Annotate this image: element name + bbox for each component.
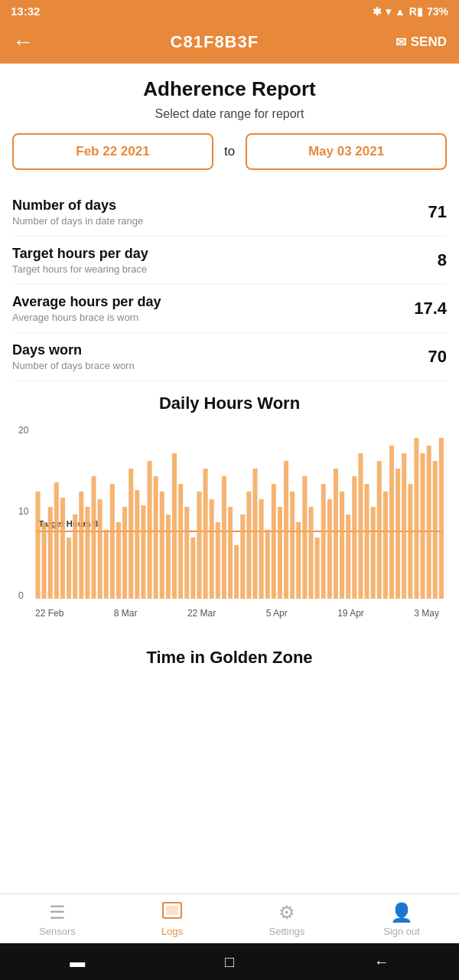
stat-row: Number of days Number of days in date ra… xyxy=(12,188,447,237)
chart-container: 20 10 0 Target Hours 8 xyxy=(12,421,447,635)
svg-rect-12 xyxy=(79,492,83,599)
bottom-nav: ☰ Sensors Logs ⚙ Settings 👤 Sign out xyxy=(0,893,459,943)
svg-rect-58 xyxy=(364,484,369,599)
svg-rect-34 xyxy=(216,522,220,599)
stat-row: Average hours per day Average hours brac… xyxy=(12,285,447,333)
svg-rect-23 xyxy=(147,461,151,599)
svg-rect-45 xyxy=(284,461,288,599)
svg-rect-69 xyxy=(433,461,438,599)
logs-icon xyxy=(162,902,182,923)
stat-value-0: 71 xyxy=(428,202,447,222)
svg-rect-68 xyxy=(427,446,431,599)
svg-rect-56 xyxy=(352,476,356,599)
svg-rect-33 xyxy=(210,499,214,599)
x-label-4: 19 Apr xyxy=(337,608,364,619)
nav-logs[interactable]: Logs xyxy=(115,902,230,937)
x-label-1: 8 Mar xyxy=(114,608,138,619)
report-title: Adherence Report xyxy=(12,77,447,101)
svg-rect-44 xyxy=(278,507,282,599)
svg-rect-42 xyxy=(265,530,270,599)
svg-rect-60 xyxy=(377,461,382,599)
svg-rect-54 xyxy=(340,492,344,599)
svg-rect-43 xyxy=(272,484,276,599)
svg-rect-20 xyxy=(129,469,133,599)
date-separator: to xyxy=(213,144,246,159)
battery-percent: 73% xyxy=(427,5,448,18)
signal-icon: ▲ xyxy=(395,5,405,18)
svg-rect-19 xyxy=(122,507,127,599)
svg-rect-47 xyxy=(296,522,301,599)
chart-title: Daily Hours Worn xyxy=(12,394,447,413)
phone-home-btn[interactable]: □ xyxy=(225,953,234,971)
chart-section: Daily Hours Worn 20 10 0 Target Hours 8 xyxy=(12,394,447,635)
send-button[interactable]: ✉ SEND xyxy=(396,34,447,51)
svg-rect-8 xyxy=(54,482,59,599)
settings-label: Settings xyxy=(269,926,305,937)
svg-rect-46 xyxy=(290,492,295,599)
stat-row: Days worn Number of days brace worn 70 xyxy=(12,333,447,381)
phone-recent-btn[interactable]: ▬ xyxy=(70,953,85,971)
svg-rect-17 xyxy=(110,484,115,599)
phone-back-btn[interactable]: ← xyxy=(374,953,389,971)
nav-settings[interactable]: ⚙ Settings xyxy=(230,902,344,937)
bar-chart: 20 10 0 Target Hours 8 xyxy=(12,421,447,605)
svg-rect-13 xyxy=(85,507,90,599)
nav-signout[interactable]: 👤 Sign out xyxy=(344,902,459,937)
stat-name-0: Number of days xyxy=(12,198,143,214)
svg-rect-57 xyxy=(358,453,363,599)
battery-icon: R▮ xyxy=(409,5,423,18)
svg-rect-61 xyxy=(383,492,388,599)
svg-rect-50 xyxy=(315,537,320,599)
x-label-0: 22 Feb xyxy=(35,608,63,619)
sensors-label: Sensors xyxy=(39,926,76,937)
svg-rect-51 xyxy=(321,484,326,599)
svg-rect-30 xyxy=(190,537,195,599)
x-label-5: 3 May xyxy=(414,608,439,619)
svg-rect-5 xyxy=(35,492,40,599)
nav-sensors[interactable]: ☰ Sensors xyxy=(0,902,115,937)
signout-label: Sign out xyxy=(383,926,420,937)
status-icons: ✱ ▾ ▲ R▮ 73% xyxy=(373,5,448,18)
svg-rect-41 xyxy=(259,499,264,599)
phone-nav-bar: ▬ □ ← xyxy=(0,943,459,980)
date-to-button[interactable]: May 03 2021 xyxy=(246,133,447,170)
svg-rect-22 xyxy=(141,505,145,599)
back-button[interactable]: ← xyxy=(12,30,34,54)
settings-icon: ⚙ xyxy=(278,902,295,923)
svg-rect-38 xyxy=(240,514,245,599)
date-range-row: Feb 22 2021 to May 03 2021 xyxy=(12,133,447,170)
logs-label: Logs xyxy=(161,926,183,937)
svg-rect-67 xyxy=(421,453,425,599)
send-label: SEND xyxy=(411,34,447,50)
svg-rect-7 xyxy=(48,507,53,599)
svg-rect-6 xyxy=(42,522,47,599)
svg-rect-39 xyxy=(246,492,251,599)
stat-value-1: 8 xyxy=(438,250,447,270)
svg-rect-11 xyxy=(73,514,77,599)
date-from-button[interactable]: Feb 22 2021 xyxy=(12,133,213,170)
svg-rect-25 xyxy=(160,492,164,599)
top-bar: ← C81F8B3F ✉ SEND xyxy=(0,22,459,64)
svg-rect-9 xyxy=(60,498,65,599)
svg-rect-29 xyxy=(184,507,189,599)
svg-rect-27 xyxy=(172,453,177,599)
svg-rect-48 xyxy=(302,476,307,599)
sensors-icon: ☰ xyxy=(49,902,66,923)
golden-zone-title: Time in Golden Zone xyxy=(12,635,447,674)
svg-rect-65 xyxy=(408,484,412,599)
stat-row: Target hours per day Target hours for we… xyxy=(12,237,447,285)
svg-rect-21 xyxy=(135,490,139,599)
svg-rect-55 xyxy=(346,514,350,599)
svg-rect-31 xyxy=(197,492,201,599)
svg-rect-40 xyxy=(252,469,257,599)
report-subtitle: Select date range for report xyxy=(12,107,447,121)
svg-rect-72 xyxy=(166,906,178,915)
send-icon: ✉ xyxy=(396,34,406,51)
svg-rect-16 xyxy=(104,530,109,599)
stat-desc-0: Number of days in date range xyxy=(12,215,143,227)
svg-rect-18 xyxy=(116,522,121,599)
svg-rect-26 xyxy=(166,514,171,599)
svg-rect-10 xyxy=(67,537,71,599)
wifi-icon: ▾ xyxy=(386,5,391,18)
stat-desc-3: Number of days brace worn xyxy=(12,360,135,371)
